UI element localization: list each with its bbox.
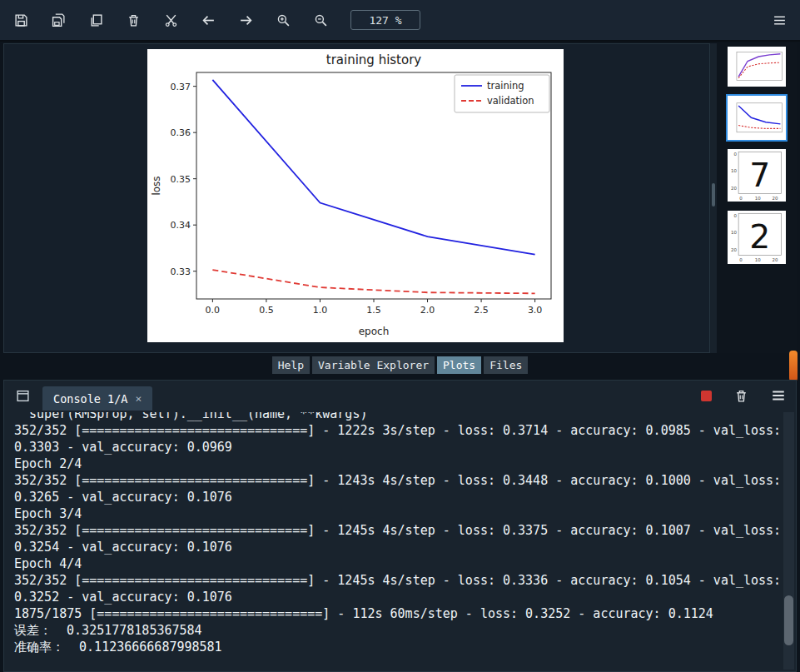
trash-icon bbox=[734, 389, 748, 403]
zoom-level-box[interactable]: 127 % bbox=[350, 10, 420, 30]
console-line: 准确率： 0.11236666687998581 bbox=[14, 639, 783, 655]
scissors-icon bbox=[164, 13, 178, 27]
svg-text:epoch: epoch bbox=[359, 326, 390, 337]
save-icon bbox=[14, 13, 28, 27]
svg-text:10: 10 bbox=[755, 196, 761, 201]
console-line: Epoch 4/4 bbox=[14, 555, 783, 572]
back-button[interactable] bbox=[199, 11, 217, 29]
console-header: Console 1/A × bbox=[4, 381, 796, 411]
right-scroll-indicator[interactable] bbox=[789, 351, 798, 381]
save-all-icon bbox=[52, 13, 66, 27]
console-scrollbar-thumb[interactable] bbox=[784, 595, 793, 645]
console-scrollbar[interactable] bbox=[783, 412, 794, 670]
svg-text:0: 0 bbox=[739, 196, 743, 201]
plot-thumbnail-digit-7-preview: 7 0 10 20 0 10 20 bbox=[728, 149, 786, 202]
interrupt-kernel-button[interactable] bbox=[701, 391, 712, 401]
arrow-right-icon bbox=[239, 13, 253, 27]
tab-variable-explorer[interactable]: Variable Explorer bbox=[312, 356, 435, 374]
console-tab[interactable]: Console 1/A × bbox=[42, 386, 152, 411]
console-output[interactable]: super(RMSprop, self).__init__(name, **kw… bbox=[6, 412, 783, 670]
tab-plots[interactable]: Plots bbox=[437, 356, 481, 374]
console-line: 1875/1875 [=============================… bbox=[14, 605, 783, 622]
svg-text:validation: validation bbox=[487, 95, 534, 107]
console-header-actions bbox=[701, 388, 786, 403]
pane-tabbar: Help Variable Explorer Plots Files bbox=[3, 355, 797, 375]
svg-text:20: 20 bbox=[773, 196, 778, 201]
tab-help[interactable]: Help bbox=[272, 356, 310, 374]
hamburger-icon bbox=[771, 388, 786, 403]
console-tab-label: Console 1/A bbox=[53, 392, 127, 406]
svg-text:0.5: 0.5 bbox=[259, 305, 274, 316]
spyder-window: 127 % 0.00.51.01.52.02.53.00.330.340.350… bbox=[0, 0, 800, 672]
cut-button[interactable] bbox=[161, 11, 180, 29]
svg-text:0.36: 0.36 bbox=[171, 127, 191, 138]
console-line: super(RMSprop, self).__init__(name, **kw… bbox=[14, 412, 783, 422]
forward-button[interactable] bbox=[236, 11, 255, 29]
plot-thumbnail-digit-2[interactable]: 2 0 10 20 0 10 20 bbox=[728, 211, 786, 263]
console-line: Epoch 3/4 bbox=[14, 505, 783, 522]
thumbnail-list: 7 0 10 20 0 10 20 2 0 10 20 0 10 20 bbox=[717, 43, 797, 353]
copy-icon bbox=[89, 13, 103, 27]
remove-console-button[interactable] bbox=[734, 389, 748, 403]
svg-text:2: 2 bbox=[749, 217, 770, 256]
svg-text:10: 10 bbox=[755, 257, 761, 262]
console-tab-close-icon[interactable]: × bbox=[135, 392, 142, 405]
console-line: 0.3265 - val_accuracy: 0.1076 bbox=[14, 489, 783, 505]
svg-text:0.37: 0.37 bbox=[171, 82, 191, 92]
plot-thumbnail-loss[interactable] bbox=[728, 96, 786, 140]
plots-pane: 0.00.51.01.52.02.53.00.330.340.350.360.3… bbox=[3, 43, 797, 353]
hamburger-icon bbox=[773, 13, 787, 27]
svg-text:1.5: 1.5 bbox=[366, 305, 381, 316]
zoom-level-value: 127 % bbox=[369, 14, 401, 27]
console-line: 0.3303 - val_accuracy: 0.0969 bbox=[14, 439, 783, 455]
svg-text:20: 20 bbox=[773, 257, 778, 262]
svg-text:2.5: 2.5 bbox=[474, 305, 489, 316]
svg-text:0.35: 0.35 bbox=[171, 174, 191, 185]
console-line: 0.3254 - val_accuracy: 0.1076 bbox=[14, 539, 783, 555]
main-toolbar: 127 % bbox=[0, 0, 800, 42]
zoom-in-icon bbox=[276, 13, 291, 27]
zoom-out-button[interactable] bbox=[311, 11, 330, 29]
browse-tabs-button[interactable] bbox=[14, 387, 31, 404]
figure-training-history[interactable]: 0.00.51.01.52.02.53.00.330.340.350.360.3… bbox=[147, 49, 564, 342]
console-line: 352/352 [==============================]… bbox=[14, 572, 783, 589]
svg-text:0.33: 0.33 bbox=[171, 266, 191, 277]
save-button[interactable] bbox=[12, 11, 30, 29]
plot-thumbnail-accuracy-preview bbox=[728, 47, 786, 87]
plot-thumbnail-loss-preview bbox=[728, 96, 786, 140]
svg-text:0: 0 bbox=[739, 257, 743, 262]
svg-text:training history: training history bbox=[326, 52, 422, 67]
console-line: 352/352 [==============================]… bbox=[14, 422, 783, 439]
svg-text:20: 20 bbox=[731, 186, 737, 191]
svg-text:0: 0 bbox=[733, 213, 737, 218]
stop-icon bbox=[701, 391, 712, 401]
save-all-button[interactable] bbox=[49, 11, 67, 29]
copy-button[interactable] bbox=[87, 11, 105, 29]
svg-text:0.34: 0.34 bbox=[171, 220, 191, 231]
plot-canvas: 0.00.51.01.52.02.53.00.330.340.350.360.3… bbox=[3, 43, 710, 353]
svg-text:7: 7 bbox=[749, 155, 770, 193]
console-line: 352/352 [==============================]… bbox=[14, 522, 783, 539]
arrow-left-icon bbox=[201, 13, 216, 27]
svg-text:1.0: 1.0 bbox=[313, 305, 328, 316]
console-options-menu-button[interactable] bbox=[771, 388, 786, 403]
plot-thumbnail-digit-7[interactable]: 7 0 10 20 0 10 20 bbox=[728, 149, 786, 202]
svg-text:loss: loss bbox=[151, 176, 162, 195]
console-line: 352/352 [==============================]… bbox=[14, 472, 783, 489]
console-line: 误差： 0.3251778185367584 bbox=[14, 622, 783, 639]
plots-options-menu-button[interactable] bbox=[770, 11, 788, 29]
window-icon bbox=[16, 389, 30, 403]
delete-button[interactable] bbox=[124, 11, 142, 29]
svg-text:0.0: 0.0 bbox=[206, 305, 221, 316]
zoom-in-button[interactable] bbox=[274, 11, 292, 29]
svg-text:10: 10 bbox=[731, 168, 737, 173]
plots-scrollbar-thumb[interactable] bbox=[712, 183, 715, 207]
plots-scrollbar[interactable] bbox=[710, 43, 717, 353]
svg-text:training: training bbox=[487, 80, 524, 92]
plot-thumbnail-accuracy[interactable] bbox=[728, 47, 786, 87]
svg-text:10: 10 bbox=[731, 231, 737, 236]
svg-text:0: 0 bbox=[733, 151, 737, 156]
svg-text:20: 20 bbox=[731, 247, 737, 252]
tab-files[interactable]: Files bbox=[484, 356, 528, 374]
trash-icon bbox=[127, 13, 141, 27]
